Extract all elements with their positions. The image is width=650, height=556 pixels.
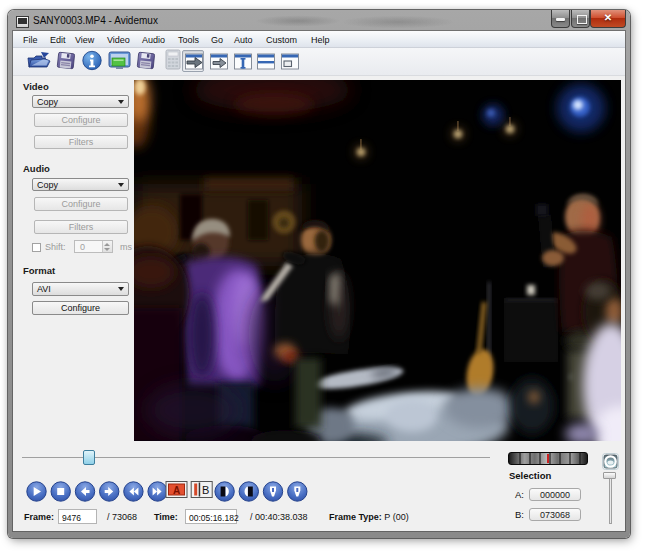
svg-text:B: B [202, 484, 209, 496]
svg-text:A: A [173, 485, 180, 496]
